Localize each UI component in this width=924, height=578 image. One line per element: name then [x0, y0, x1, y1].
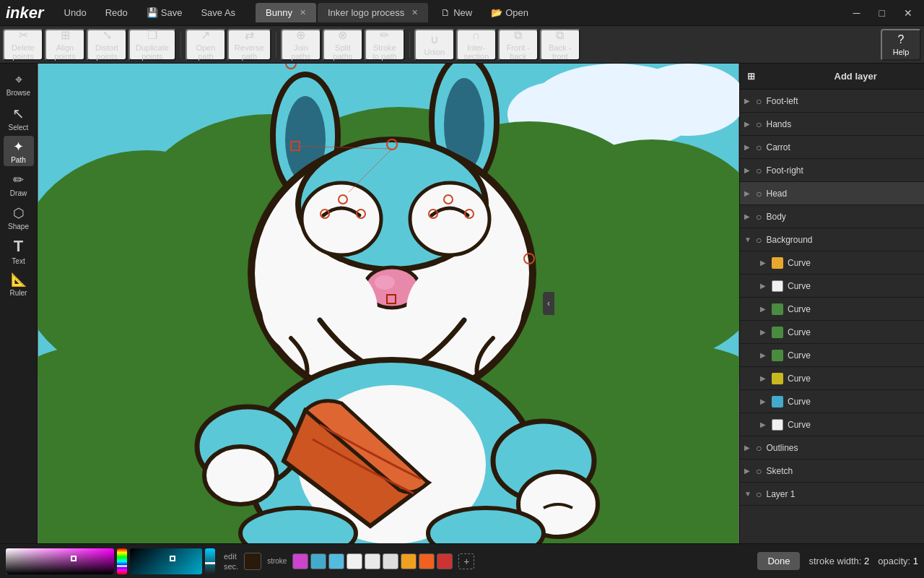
stroke-width-value[interactable]: 2 [864, 556, 869, 566]
select-tool[interactable]: ↖ Select [4, 103, 34, 133]
visibility-icon[interactable]: ○ [756, 234, 762, 246]
layer-item-background[interactable]: ▼ ○ Background [740, 228, 924, 251]
visibility-icon[interactable]: ○ [756, 165, 762, 176]
stroke-label: stroke [267, 557, 287, 565]
union-button[interactable]: ∪ Union [414, 29, 455, 61]
layer-item-curve4[interactable]: ▶ Curve [740, 321, 924, 344]
minimize-button[interactable]: ─ [847, 4, 866, 22]
expand-icon: ▶ [760, 374, 767, 382]
browse-tool[interactable]: ⌖ Browse [4, 69, 34, 100]
maximize-button[interactable]: □ [873, 4, 891, 22]
main-area: ⌖ Browse ↖ Select ✦ Path ✏ Draw ⬡ Shape … [0, 64, 924, 543]
done-button[interactable]: Done [757, 552, 800, 570]
layer-item-curve8[interactable]: ▶ Curve [740, 413, 924, 436]
expand-icon: ▶ [744, 212, 751, 220]
save-as-button[interactable]: Save As [195, 4, 241, 21]
svg-point-42 [428, 508, 544, 543]
duplicate-points-button[interactable]: ❒ Duplicatepoints [128, 29, 176, 61]
open-button[interactable]: 📂 Open [485, 4, 534, 21]
hue-bar[interactable] [117, 548, 127, 574]
swatch-orange[interactable] [401, 553, 417, 569]
swatch-white[interactable] [346, 553, 362, 569]
layer-item-head[interactable]: ▶ ○ Head [740, 182, 924, 205]
front-back-button[interactable]: ⧉ Front -back [498, 29, 539, 61]
color-saturation-picker[interactable] [6, 548, 114, 574]
layer-item-sketch[interactable]: ▶ ○ Sketch [740, 460, 924, 483]
layer-item-curve6[interactable]: ▶ Curve [740, 367, 924, 390]
layer-item-curve5[interactable]: ▶ Curve [740, 344, 924, 367]
tab-inker-logo[interactable]: Inker logo process ✕ [318, 3, 428, 22]
visibility-icon[interactable]: ○ [756, 188, 762, 199]
layer-item-outlines[interactable]: ▶ ○ Outlines [740, 436, 924, 460]
close-tab-inker[interactable]: ✕ [411, 8, 418, 17]
edit-label[interactable]: edit [224, 552, 238, 561]
back-front-button[interactable]: ⧉ Back -front [540, 29, 580, 61]
redo-button[interactable]: Redo [100, 4, 134, 21]
svg-point-26 [375, 275, 395, 290]
opacity-value[interactable]: 1 [913, 556, 918, 566]
expand-icon: ▶ [744, 467, 751, 475]
layer-item-curve7[interactable]: ▶ Curve [740, 390, 924, 413]
ruler-tool[interactable]: 📐 Ruler [4, 269, 34, 299]
delete-points-button[interactable]: ✂ Deletepoints [3, 29, 43, 61]
close-tab-bunny[interactable]: ✕ [300, 8, 306, 17]
swatch-white2[interactable] [365, 553, 380, 569]
close-button[interactable]: ✕ [898, 4, 918, 22]
swatch-white3[interactable] [383, 553, 398, 569]
open-path-button[interactable]: ↗ Openpath [186, 29, 226, 61]
sec-label[interactable]: sec. [224, 562, 238, 571]
alpha-bar[interactable] [205, 548, 215, 574]
tab-bunny[interactable]: Bunny ✕ [256, 3, 316, 22]
canvas-area[interactable]: ‹ [38, 64, 739, 543]
expand-icon: ▼ [744, 490, 751, 498]
shape-icon: ⬡ [13, 205, 25, 221]
color-swatches [292, 553, 453, 569]
layer-item-foot-left[interactable]: ▶ ○ Foot-left [740, 90, 924, 113]
toolbar-separator-3 [409, 32, 410, 58]
draw-tool[interactable]: ✏ Draw [4, 169, 34, 199]
swatch-lightblue[interactable] [328, 553, 344, 569]
visibility-icon[interactable]: ○ [756, 211, 762, 223]
swatch-purple[interactable] [292, 553, 308, 569]
path-tool[interactable]: ✦ Path [4, 136, 34, 166]
stroke-to-path-button[interactable]: ✏ Stroketo path [365, 29, 405, 61]
swatch-teal[interactable] [310, 553, 326, 569]
new-button[interactable]: 🗋 New [435, 4, 478, 21]
expand-icon: ▶ [744, 444, 751, 452]
save-button[interactable]: 💾 Save [141, 4, 188, 21]
layer-item-curve2[interactable]: ▶ Curve [740, 275, 924, 298]
help-button[interactable]: ? Help [881, 29, 921, 61]
visibility-icon[interactable]: ○ [756, 488, 762, 500]
layer-item-curve1[interactable]: ▶ Curve [740, 251, 924, 275]
intersection-button[interactable]: ∩ Inter-section [456, 29, 497, 61]
color-saturation-picker-2[interactable] [130, 548, 202, 574]
visibility-icon[interactable]: ○ [756, 465, 762, 477]
layer-item-body[interactable]: ▶ ○ Body [740, 205, 924, 228]
layer-item-layer1[interactable]: ▼ ○ Layer 1 [740, 483, 924, 506]
text-tool[interactable]: T Text [4, 236, 34, 266]
canvas-svg[interactable] [38, 64, 739, 543]
panel-toggle[interactable]: ‹ [543, 292, 554, 315]
layer-item-hands[interactable]: ▶ ○ Hands [740, 113, 924, 136]
swatch-darkorange[interactable] [419, 553, 435, 569]
swatch-red[interactable] [437, 553, 453, 569]
align-points-button[interactable]: ⊞ Alignpoints [45, 29, 85, 61]
undo-button[interactable]: Undo [58, 4, 92, 21]
visibility-icon[interactable]: ○ [756, 442, 762, 454]
layer-item-carrot[interactable]: ▶ ○ Carrot [740, 136, 924, 159]
shape-tool[interactable]: ⬡ Shape [4, 202, 34, 233]
join-paths-button[interactable]: ⊕ Joinpaths [281, 29, 321, 61]
split-paths-button[interactable]: ⊗ Splitpaths [323, 29, 363, 61]
layer-item-foot-right[interactable]: ▶ ○ Foot-right [740, 159, 924, 182]
edit-sec-labels: edit sec. [224, 552, 238, 571]
add-swatch-button[interactable]: + [458, 553, 474, 569]
layer-item-curve3[interactable]: ▶ Curve [740, 298, 924, 321]
stroke-swatch[interactable] [244, 553, 261, 570]
visibility-icon[interactable]: ○ [756, 142, 762, 153]
visibility-icon[interactable]: ○ [756, 95, 762, 107]
visibility-icon[interactable]: ○ [756, 118, 762, 130]
reverse-path-button[interactable]: ⇄ Reversepath [227, 29, 271, 61]
reverse-path-icon: ⇄ [245, 28, 254, 42]
distort-points-button[interactable]: ⤡ Distortpoints [87, 29, 127, 61]
expand-icon: ▶ [760, 282, 767, 290]
